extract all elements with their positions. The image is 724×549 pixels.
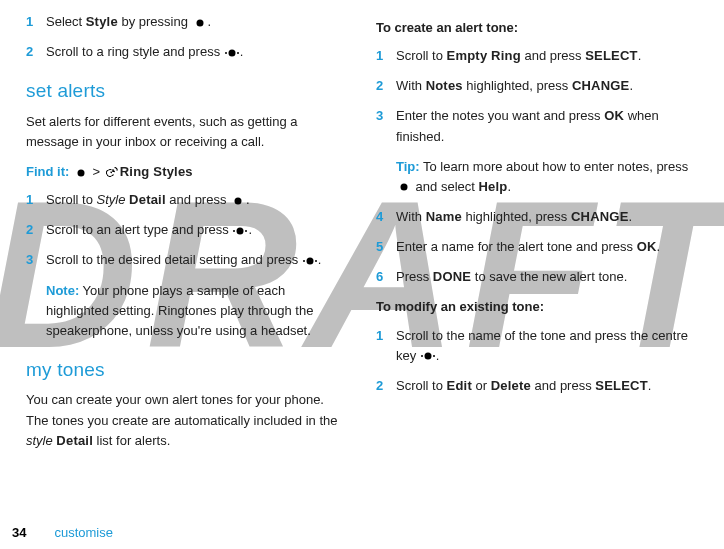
text: Scroll to the desired detail setting and… [46, 252, 302, 267]
step-text: Scroll to the desired detail setting and… [46, 250, 348, 270]
page-body: 1 Select Style by pressing . 2 Scroll to… [0, 0, 724, 549]
italic-term: Style [97, 192, 126, 207]
note-label: Note: [46, 283, 79, 298]
tip-label: Tip: [396, 159, 420, 174]
text: list for alerts. [93, 433, 170, 448]
step-text: Enter a name for the alert tone and pres… [396, 237, 698, 257]
step-text: Scroll to an alert type and press . [46, 220, 348, 240]
text: . [246, 192, 250, 207]
find-it-label: Find it: [26, 164, 69, 179]
ui-term: DONE [433, 269, 471, 284]
ui-term: CHANGE [571, 209, 629, 224]
text: and select [412, 179, 479, 194]
centre-key-icon [231, 196, 245, 206]
text: . [240, 44, 244, 59]
text: Select [46, 14, 86, 29]
ui-term: OK [637, 239, 657, 254]
tip-block: Tip: To learn more about how to enter no… [396, 157, 698, 197]
nav-key-icon [233, 226, 247, 236]
text: and press [521, 48, 585, 63]
list-item: 2 With Notes highlighted, press CHANGE. [376, 76, 698, 96]
text: Scroll to [396, 48, 447, 63]
text: or [472, 378, 491, 393]
text: Scroll to an alert type and press [46, 222, 232, 237]
centre-key-icon [74, 168, 88, 178]
italic-term: style [26, 433, 53, 448]
text: and press [166, 192, 230, 207]
list-item: 3 Scroll to the desired detail setting a… [26, 250, 348, 270]
step-number: 2 [376, 76, 396, 96]
list-item: 6 Press DONE to save the new alert tone. [376, 267, 698, 287]
step-number: 5 [376, 237, 396, 257]
step-text: Press DONE to save the new alert tone. [396, 267, 698, 287]
text: Scroll to [46, 192, 97, 207]
text: . [629, 78, 633, 93]
page-footer: 34customise [12, 523, 113, 543]
ui-term: Empty Ring [447, 48, 521, 63]
text: To modify an existing tone [376, 299, 540, 314]
text: and press [531, 378, 595, 393]
ui-term: OK [604, 108, 624, 123]
step-number: 6 [376, 267, 396, 287]
text: . [648, 378, 652, 393]
list-item: 1 Scroll to Empty Ring and press SELECT. [376, 46, 698, 66]
step-number: 1 [376, 326, 396, 366]
step-text: Scroll to a ring style and press . [46, 42, 348, 62]
page-number: 34 [12, 525, 26, 540]
text: by pressing [118, 14, 192, 29]
section-heading: my tones [26, 355, 348, 384]
list-item: 2 Scroll to Edit or Delete and press SEL… [376, 376, 698, 396]
ui-term: Style [86, 14, 118, 29]
step-number: 3 [376, 106, 396, 146]
text: To create an alert tone [376, 20, 514, 35]
paragraph: You can create your own alert tones for … [26, 390, 348, 450]
find-it-line: Find it: > Ring Styles [26, 162, 348, 182]
step-number: 3 [26, 250, 46, 270]
list-item: 2 Scroll to a ring style and press . [26, 42, 348, 62]
step-text: Scroll to Edit or Delete and press SELEC… [396, 376, 698, 396]
list-item: 4 With Name highlighted, press CHANGE. [376, 207, 698, 227]
text: Scroll to a ring style and press [46, 44, 224, 59]
list-item: 1 Scroll to Style Detail and press . [26, 190, 348, 210]
sub-heading: To modify an existing tone: [376, 297, 698, 317]
text: . [248, 222, 252, 237]
text: You can create your own alert tones for … [26, 392, 337, 427]
text: to save the new alert tone. [471, 269, 627, 284]
list-item: 3 Enter the notes you want and press OK … [376, 106, 698, 146]
step-number: 2 [26, 42, 46, 62]
text: Scroll to the name of the tone and press… [396, 328, 688, 363]
footer-section: customise [54, 525, 113, 540]
ring-styles-icon [104, 167, 118, 179]
text: : [540, 299, 544, 314]
centre-key-icon [397, 182, 411, 192]
text: Your phone plays a sample of each highli… [46, 283, 313, 338]
step-text: Scroll to Style Detail and press . [46, 190, 348, 210]
list-item: 5 Enter a name for the alert tone and pr… [376, 237, 698, 257]
text: highlighted, press [462, 209, 571, 224]
centre-key-icon [193, 18, 207, 28]
section-heading: set alerts [26, 76, 348, 105]
step-number: 1 [376, 46, 396, 66]
text: : [514, 20, 518, 35]
ui-term: Detail [56, 433, 93, 448]
text: Enter a name for the alert tone and pres… [396, 239, 637, 254]
nav-key-icon [421, 351, 435, 361]
ui-term: Detail [129, 192, 166, 207]
ui-term: Ring Styles [120, 164, 193, 179]
text: > [89, 164, 104, 179]
list-item: 1 Select Style by pressing . [26, 12, 348, 32]
step-number: 1 [26, 190, 46, 210]
text: highlighted, press [463, 78, 572, 93]
ui-term: Name [426, 209, 462, 224]
text: . [638, 48, 642, 63]
step-number: 4 [376, 207, 396, 227]
note-block: Note: Your phone plays a sample of each … [46, 281, 348, 341]
step-text: Scroll to Empty Ring and press SELECT. [396, 46, 698, 66]
paragraph: Set alerts for different events, such as… [26, 112, 348, 152]
text: Press [396, 269, 433, 284]
right-column: To create an alert tone: 1 Scroll to Emp… [362, 8, 712, 543]
step-text: Scroll to the name of the tone and press… [396, 326, 698, 366]
text: With [396, 78, 426, 93]
text: With [396, 209, 426, 224]
left-column: 1 Select Style by pressing . 2 Scroll to… [12, 8, 362, 543]
